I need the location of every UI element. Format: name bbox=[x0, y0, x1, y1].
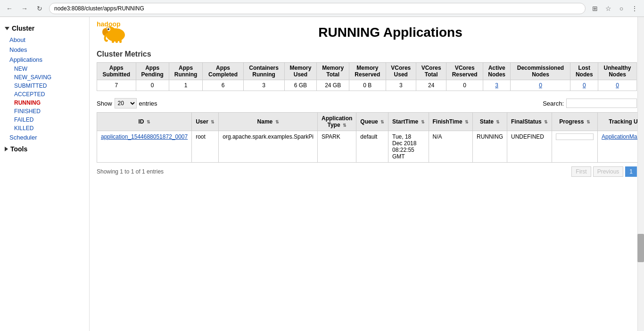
svg-point-3 bbox=[107, 28, 109, 30]
cell-final-status: UNDEFINED bbox=[507, 131, 552, 163]
url-bar[interactable]: node3:8088/cluster/apps/RUNNING bbox=[49, 3, 586, 14]
metric-memory-total: 24 GB bbox=[317, 80, 349, 91]
metric-header-memory-total: MemoryTotal bbox=[317, 63, 349, 80]
metric-active-nodes[interactable]: 3 bbox=[483, 80, 511, 91]
browser-chrome: ← → ↻ node3:8088/cluster/apps/RUNNING ⊞ … bbox=[0, 0, 644, 17]
metric-vcores-total: 24 bbox=[416, 80, 446, 91]
cluster-metrics-title: Cluster Metrics bbox=[97, 50, 637, 58]
metric-header-active-nodes: ActiveNodes bbox=[483, 63, 511, 80]
entries-label: entries bbox=[139, 100, 157, 107]
page-header: hadoop RUNNING Applications bbox=[97, 22, 637, 43]
url-text: node3:8088/cluster/apps/RUNNING bbox=[54, 5, 144, 12]
pagination: Showing 1 to 1 of 1 entries First Previo… bbox=[97, 166, 637, 177]
forward-button[interactable]: → bbox=[19, 3, 30, 14]
metric-containers-running: 3 bbox=[243, 80, 284, 91]
metric-apps-completed: 6 bbox=[203, 80, 243, 91]
metric-vcores-used: 3 bbox=[386, 80, 416, 91]
translate-icon[interactable]: ⊞ bbox=[589, 3, 601, 14]
pagination-info: Showing 1 to 1 of 1 entries bbox=[97, 168, 164, 175]
profile-icon[interactable]: ○ bbox=[616, 3, 627, 14]
sidebar-item-applications[interactable]: Applications bbox=[0, 55, 89, 65]
search-label: Search: bbox=[543, 100, 564, 107]
cell-user: root bbox=[192, 131, 219, 163]
sidebar-subitem-failed[interactable]: FAILED bbox=[0, 116, 89, 124]
scrollbar-thumb[interactable] bbox=[637, 234, 644, 262]
metric-apps-pending: 0 bbox=[136, 80, 169, 91]
svg-rect-7 bbox=[119, 40, 122, 43]
metric-memory-used: 6 GB bbox=[284, 80, 317, 91]
svg-text:hadoop: hadoop bbox=[97, 22, 121, 28]
star-icon[interactable]: ☆ bbox=[603, 3, 614, 14]
sidebar-subitem-killed[interactable]: KILLED bbox=[0, 124, 89, 132]
tools-expand-icon bbox=[5, 147, 8, 151]
sidebar-subitem-accepted[interactable]: ACCEPTED bbox=[0, 90, 89, 99]
metric-header-decommissioned-nodes: DecommissionedNodes bbox=[511, 63, 570, 80]
col-start-time[interactable]: StartTime ⇅ bbox=[388, 113, 429, 131]
cell-progress bbox=[552, 131, 597, 163]
metric-header-apps-pending: AppsPending bbox=[136, 63, 169, 80]
metric-memory-reserved: 0 B bbox=[349, 80, 386, 91]
table-row: application_1544688051872_0007 root org.… bbox=[97, 131, 644, 163]
svg-rect-5 bbox=[112, 40, 114, 43]
metric-header-apps-running: AppsRunning bbox=[169, 63, 203, 80]
sidebar-item-nodes[interactable]: Nodes bbox=[0, 45, 89, 55]
table-controls: Show 10 20 25 50 100 entries Search: bbox=[97, 98, 637, 108]
col-app-type[interactable]: ApplicationType ⇅ bbox=[318, 113, 356, 131]
metric-header-unhealthy-nodes: UnhealthyNodes bbox=[598, 63, 637, 80]
page-1-button[interactable]: 1 bbox=[625, 166, 637, 177]
cluster-label: Cluster bbox=[12, 25, 34, 32]
cluster-metrics-table: AppsSubmitted AppsPending AppsRunning Ap… bbox=[97, 62, 637, 91]
cell-state: RUNNING bbox=[472, 131, 507, 163]
previous-button[interactable]: Previous bbox=[593, 166, 624, 177]
app-layout: Cluster About Nodes Applications NEW NEW… bbox=[0, 17, 644, 331]
col-id[interactable]: ID ⇅ bbox=[97, 113, 192, 131]
sidebar-subitem-submitted[interactable]: SUBMITTED bbox=[0, 82, 89, 90]
cell-finish-time: N/A bbox=[429, 131, 472, 163]
col-name[interactable]: Name ⇅ bbox=[219, 113, 318, 131]
col-queue[interactable]: Queue ⇅ bbox=[356, 113, 388, 131]
applications-table: ID ⇅ User ⇅ Name ⇅ ApplicationType ⇅ Que… bbox=[97, 112, 644, 163]
sidebar-tools-header[interactable]: Tools bbox=[0, 142, 89, 156]
metric-header-lost-nodes: LostNodes bbox=[570, 63, 598, 80]
cluster-collapse-icon bbox=[5, 27, 9, 30]
metric-decommissioned-nodes[interactable]: 0 bbox=[511, 80, 570, 91]
reload-button[interactable]: ↻ bbox=[34, 3, 45, 14]
metric-header-vcores-used: VCoresUsed bbox=[386, 63, 416, 80]
sidebar-item-about[interactable]: About bbox=[0, 35, 89, 45]
sidebar-subitem-new-saving[interactable]: NEW_SAVING bbox=[0, 73, 89, 82]
hadoop-logo: hadoop bbox=[97, 22, 134, 43]
metric-apps-submitted: 7 bbox=[97, 80, 136, 91]
sidebar-subitem-new[interactable]: NEW bbox=[0, 65, 89, 73]
page-title: RUNNING Applications bbox=[144, 25, 637, 40]
metric-apps-running: 1 bbox=[169, 80, 203, 91]
metric-header-memory-used: MemoryUsed bbox=[284, 63, 317, 80]
metric-unhealthy-nodes[interactable]: 0 bbox=[598, 80, 637, 91]
cell-id[interactable]: application_1544688051872_0007 bbox=[97, 131, 192, 163]
scrollbar[interactable] bbox=[637, 17, 644, 331]
back-button[interactable]: ← bbox=[4, 3, 15, 14]
col-final-status[interactable]: FinalStatus ⇅ bbox=[507, 113, 552, 131]
sidebar: Cluster About Nodes Applications NEW NEW… bbox=[0, 17, 90, 331]
metric-header-vcores-total: VCoresTotal bbox=[416, 63, 446, 80]
sidebar-subitem-running[interactable]: RUNNING bbox=[0, 99, 89, 107]
sidebar-cluster-header[interactable]: Cluster bbox=[0, 22, 89, 35]
col-state[interactable]: State ⇅ bbox=[472, 113, 507, 131]
search-input[interactable] bbox=[566, 99, 637, 108]
search-box: Search: bbox=[543, 99, 637, 108]
svg-rect-6 bbox=[116, 40, 118, 43]
metric-header-apps-submitted: AppsSubmitted bbox=[97, 63, 136, 80]
metric-lost-nodes[interactable]: 0 bbox=[570, 80, 598, 91]
col-user[interactable]: User ⇅ bbox=[192, 113, 219, 131]
pagination-buttons: First Previous 1 bbox=[571, 166, 637, 177]
entries-select[interactable]: 10 20 25 50 100 bbox=[115, 98, 137, 108]
menu-icon[interactable]: ⋮ bbox=[629, 3, 640, 14]
metric-vcores-reserved: 0 bbox=[446, 80, 483, 91]
col-progress[interactable]: Progress ⇅ bbox=[552, 113, 597, 131]
first-button[interactable]: First bbox=[571, 166, 591, 177]
sidebar-item-scheduler[interactable]: Scheduler bbox=[0, 132, 89, 142]
sidebar-subitem-finished[interactable]: FINISHED bbox=[0, 107, 89, 116]
metric-header-vcores-reserved: VCoresReserved bbox=[446, 63, 483, 80]
col-finish-time[interactable]: FinishTime ⇅ bbox=[429, 113, 472, 131]
cell-app-type: SPARK bbox=[318, 131, 356, 163]
show-entries: Show 10 20 25 50 100 entries bbox=[97, 98, 157, 108]
